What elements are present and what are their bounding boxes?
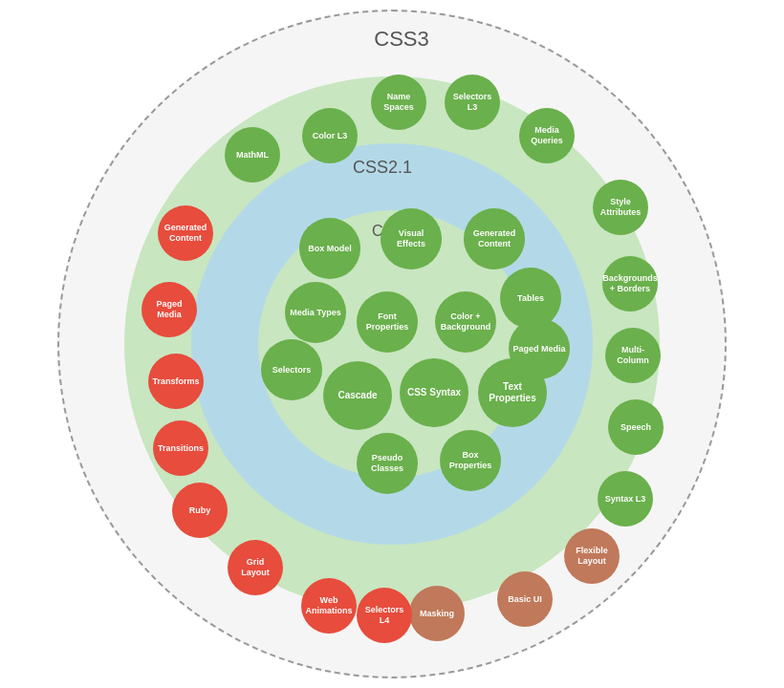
bubble-paged-media-outer: Paged Media [142, 282, 197, 337]
bubble-syntax-l3: Syntax L3 [598, 471, 653, 527]
bubble-text-properties: Text Properties [478, 358, 547, 427]
bubble-name-spaces: Name Spaces [371, 75, 426, 130]
bubble-basic-ui: Basic UI [497, 571, 553, 627]
bubble-style-attributes: Style Attributes [593, 180, 648, 235]
bubble-generated-content-outer: Generated Content [158, 205, 213, 261]
bubble-web-animations: Web Animations [301, 578, 357, 634]
bubble-pseudo-classes: Pseudo Classes [357, 433, 418, 494]
bubble-color-l3: Color L3 [302, 108, 358, 163]
bubble-box-properties: Box Properties [440, 430, 501, 491]
bubble-transforms: Transforms [148, 354, 204, 409]
bubble-box-model: Box Model [299, 218, 360, 279]
bubble-selectors-l3: Selectors L3 [445, 75, 500, 130]
bubble-selectors-css21: Selectors [261, 339, 322, 400]
bubble-speech: Speech [608, 399, 664, 455]
bubble-grid-layout: Grid Layout [228, 540, 283, 595]
bubble-font-properties: Font Properties [357, 291, 418, 353]
bubble-backgrounds-borders: Backgrounds + Borders [602, 256, 658, 312]
bubble-css-syntax: CSS Syntax [400, 358, 468, 427]
bubble-visual-effects: Visual Effects [381, 208, 442, 269]
diagram-container: CSS3 CSS2.1 CSS1 Color L3Name SpacesSele… [57, 10, 727, 678]
bubble-mathml: MathML [225, 127, 280, 183]
bubble-media-types: Media Types [285, 282, 346, 343]
bubble-transitions: Transitions [153, 420, 208, 476]
bubble-generated-content-inner: Generated Content [464, 208, 525, 269]
bubble-masking: Masking [409, 586, 465, 641]
bubble-cascade: Cascade [323, 361, 392, 430]
bubble-media-queries: Media Queries [519, 108, 575, 163]
bubble-flexible-layout: Flexible Layout [564, 528, 620, 584]
bubble-ruby: Ruby [172, 483, 228, 538]
bubble-selectors-l4: Selectors L4 [357, 588, 412, 643]
bubble-multi-column: Multi-Column [605, 328, 661, 383]
bubble-color-background: Color + Background [435, 291, 496, 353]
